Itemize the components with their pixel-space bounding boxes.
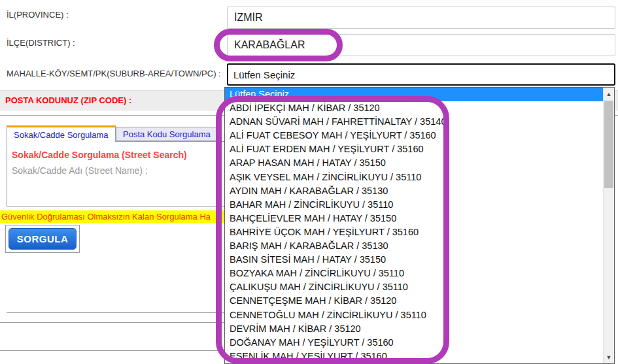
province-label: İL(PROVINCE) : <box>7 10 69 20</box>
suburb-select[interactable]: Lütfen Seçiniz <box>227 63 615 86</box>
street-search-title: Sokak/Cadde Sorgulama (Street Search) <box>12 150 187 160</box>
dropdown-option[interactable]: ALİ FUAT ERDEN MAH / YEŞİLYURT / 35160 <box>225 142 603 156</box>
tab-postal-code-search[interactable]: Posta Kodu Sorgulama <box>116 127 218 141</box>
dropdown-option[interactable]: ADNAN SÜVARİ MAH / FAHRETTİNALTAY / 3514… <box>225 115 603 129</box>
scroll-up-icon[interactable]: ▲ <box>604 88 614 99</box>
dropdown-option[interactable]: Lütfen Seçiniz <box>225 88 603 101</box>
dropdown-option[interactable]: AŞIK VEYSEL MAH / ZİNCİRLİKUYU / 35110 <box>225 171 603 184</box>
scroll-down-icon[interactable]: ▼ <box>604 352 614 363</box>
query-button[interactable]: SORGULA <box>9 228 77 250</box>
postcode-lookup-page: İL(PROVINCE) : İZMİR İLÇE(DISTRICT) : KA… <box>0 0 618 364</box>
dropdown-option[interactable]: BAHÇELİEVLER MAH / HATAY / 35150 <box>225 212 603 225</box>
dropdown-option[interactable]: BAHAR MAH / ZİNCİRLİKUYU / 35110 <box>225 198 603 212</box>
dropdown-option[interactable]: DOĞANAY MAH / YEŞİLYURT / 35160 <box>225 336 603 350</box>
suburb-label: MAHALLE-KÖY/SEMT/PK(SUBURB-AREA/TOWN/PC)… <box>7 69 221 78</box>
zip-code-label: POSTA KODUNUZ (ZIP CODE) : <box>5 91 131 110</box>
street-name-field-label: Sokak/Cadde Adı (Street Name) : <box>12 165 148 176</box>
suburb-dropdown-list: Lütfen Seçiniz ABDİ İPEKÇİ MAH / KİBAR /… <box>224 87 615 364</box>
district-input[interactable]: KARABAĞLAR <box>227 34 615 56</box>
dropdown-option[interactable]: AYDIN MAH / KARABAĞLAR / 35130 <box>225 184 603 198</box>
dropdown-option[interactable]: BASIN SİTESİ MAH / HATAY / 35150 <box>225 253 603 267</box>
dropdown-option[interactable]: DEVRİM MAH / KİBAR / 35120 <box>225 322 603 336</box>
dropdown-options: Lütfen Seçiniz ABDİ İPEKÇİ MAH / KİBAR /… <box>225 88 603 363</box>
dropdown-option[interactable]: BAHRİYE ÜÇOK MAH / YEŞİLYURT / 35160 <box>225 225 603 239</box>
province-input[interactable]: İZMİR <box>227 7 615 29</box>
query-button-outline: SORGULA <box>5 225 80 253</box>
dropdown-option[interactable]: CENNETÇEŞME MAH / KİBAR / 35120 <box>225 294 603 308</box>
scrollbar-thumb[interactable] <box>604 101 613 188</box>
tab-street-search[interactable]: Sokak/Cadde Sorgulama <box>7 125 116 142</box>
dropdown-option[interactable]: ALİ FUAT CEBESOY MAH / YEŞİLYURT / 35160 <box>225 129 603 142</box>
dropdown-option[interactable]: ÇALIKUŞU MAH / ZİNCİRLİKUYU / 35110 <box>225 280 603 294</box>
district-label: İLÇE(DISTRICT) : <box>7 38 75 48</box>
security-warning: Güvenlik Doğrulaması Olmaksızın Kalan So… <box>0 210 230 223</box>
dropdown-option[interactable]: ABDİ İPEKÇİ MAH / KİBAR / 35120 <box>225 101 603 115</box>
dropdown-option[interactable]: ARAP HASAN MAH / HATAY / 35150 <box>225 156 603 170</box>
dropdown-option[interactable]: BARIŞ MAH / KARABAĞLAR / 35130 <box>225 239 603 253</box>
dropdown-option[interactable]: ESENLİK MAH / YEŞİLYURT / 35160 <box>225 350 603 363</box>
dropdown-option[interactable]: CENNETOĞLU MAH / ZİNCİRLİKUYU / 35110 <box>225 308 603 322</box>
dropdown-option[interactable]: BOZYAKA MAH / ZİNCİRLİKUYU / 35110 <box>225 267 603 280</box>
dropdown-scrollbar[interactable]: ▲ ▼ <box>603 88 614 363</box>
